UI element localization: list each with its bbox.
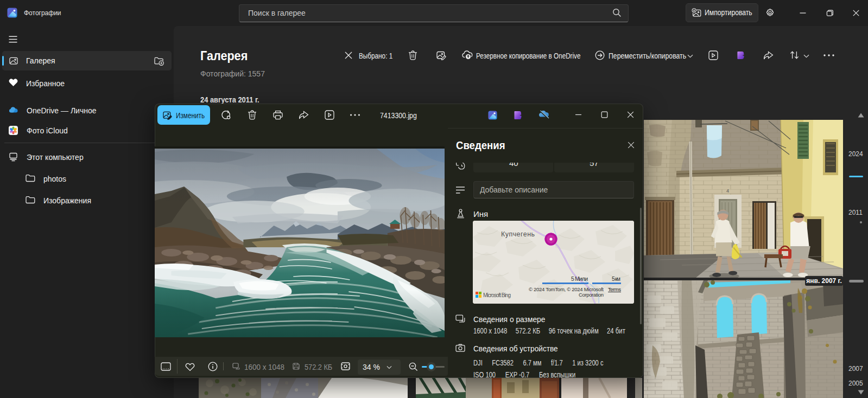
- svg-text:Corporation: Corporation: [579, 292, 604, 298]
- svg-text:Купчегень: Купчегень: [501, 230, 535, 238]
- svg-text:5 Мили: 5 Мили: [571, 275, 588, 282]
- svg-text:4: 4: [726, 188, 729, 194]
- svg-text:Terms: Terms: [608, 286, 621, 292]
- svg-text:5 км: 5 км: [612, 275, 620, 282]
- svg-text:Microsoft Bing: Microsoft Bing: [483, 292, 511, 298]
